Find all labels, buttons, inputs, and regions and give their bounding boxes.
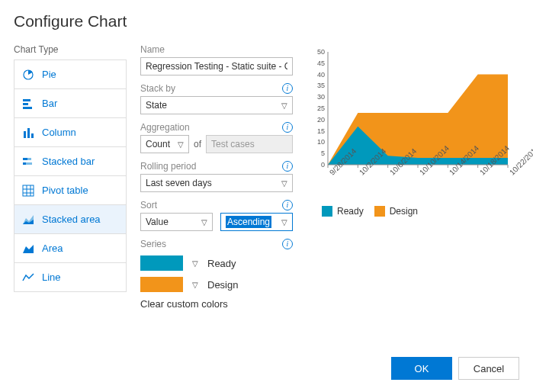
svg-rect-1 <box>23 99 31 101</box>
legend-item: Ready <box>322 206 364 217</box>
svg-rect-7 <box>23 158 27 160</box>
rolling-period-label: Rolling period <box>140 161 196 172</box>
sort-field-select[interactable]: Value ▽ <box>140 213 213 231</box>
series-item: ▽Ready <box>140 255 293 271</box>
chart-type-item-pie[interactable]: Pie <box>14 60 126 89</box>
svg-rect-8 <box>27 158 31 160</box>
series-label: Series <box>140 239 166 249</box>
svg-text:45: 45 <box>317 59 325 67</box>
chevron-down-icon: ▽ <box>178 140 184 149</box>
dialog-title: Configure Chart <box>14 12 519 31</box>
chevron-down-icon[interactable]: ▽ <box>192 281 198 289</box>
info-icon[interactable]: i <box>282 200 293 210</box>
chevron-down-icon: ▽ <box>281 101 287 110</box>
aggregation-select[interactable]: Count ▽ <box>140 135 189 153</box>
svg-rect-11 <box>23 185 34 196</box>
area-icon <box>22 243 34 255</box>
svg-text:10: 10 <box>317 138 325 146</box>
svg-text:35: 35 <box>317 82 325 89</box>
chart-legend: ReadyDesign <box>322 206 512 217</box>
series-color-swatch[interactable] <box>140 277 183 292</box>
name-input[interactable] <box>140 57 293 76</box>
chart-type-item-bar[interactable]: Bar <box>14 89 126 118</box>
legend-item: Design <box>374 206 418 217</box>
stack-by-select[interactable]: State ▽ <box>140 96 293 114</box>
chart-type-item-stacked-bar[interactable]: Stacked bar <box>14 147 126 176</box>
chart-type-label: Stacked bar <box>42 156 95 167</box>
svg-rect-6 <box>31 133 34 138</box>
pivot-table-icon <box>22 185 34 197</box>
info-icon[interactable]: i <box>282 122 293 133</box>
legend-label: Design <box>390 206 418 217</box>
sort-direction-select[interactable]: Ascending ▽ <box>220 213 293 231</box>
chart-type-label: Line <box>42 272 61 283</box>
chart-type-item-area[interactable]: Area <box>14 234 126 263</box>
chart-type-label: Bar <box>42 98 57 109</box>
aggregation-of-label: of <box>194 139 201 149</box>
chart-type-label: Pie <box>42 69 56 80</box>
svg-text:25: 25 <box>317 104 325 112</box>
chevron-down-icon[interactable]: ▽ <box>192 259 198 268</box>
sort-field-value: Value <box>146 217 169 227</box>
sort-label: Sort <box>140 200 157 210</box>
chart-type-item-column[interactable]: Column <box>14 118 126 147</box>
svg-text:20: 20 <box>317 116 325 124</box>
svg-text:50: 50 <box>317 48 325 56</box>
svg-rect-2 <box>23 103 28 105</box>
chart-type-list: PieBarColumnStacked barPivot tableStacke… <box>14 59 127 292</box>
chart-type-item-line[interactable]: Line <box>14 263 126 292</box>
cancel-button[interactable]: Cancel <box>458 357 519 380</box>
info-icon[interactable]: i <box>282 83 293 94</box>
aggregation-label: Aggregation <box>140 122 190 133</box>
info-icon[interactable]: i <box>282 239 293 249</box>
chart-type-label: Stacked area <box>42 214 101 225</box>
chart-type-label: Chart Type <box>14 44 127 55</box>
svg-text:5: 5 <box>321 149 325 157</box>
rolling-period-select[interactable]: Last seven days ▽ <box>140 174 293 192</box>
aggregation-value: Count <box>146 139 170 149</box>
column-icon <box>22 127 34 139</box>
svg-text:40: 40 <box>317 71 325 79</box>
series-color-swatch[interactable] <box>140 255 183 271</box>
stacked-area-icon <box>22 214 34 226</box>
svg-text:0: 0 <box>321 161 325 169</box>
svg-rect-5 <box>27 128 30 138</box>
line-icon <box>22 272 34 284</box>
stack-by-label: Stack by <box>140 83 175 94</box>
svg-text:15: 15 <box>317 127 325 135</box>
clear-colors-link[interactable]: Clear custom colors <box>140 298 293 310</box>
series-item: ▽Design <box>140 277 293 292</box>
aggregation-target: Test cases <box>206 135 293 153</box>
svg-rect-4 <box>24 131 26 138</box>
aggregation-target-value: Test cases <box>211 139 255 149</box>
sort-direction-value: Ascending <box>226 216 271 228</box>
chevron-down-icon: ▽ <box>201 218 207 227</box>
stack-by-value: State <box>146 100 167 111</box>
pie-icon <box>22 69 34 81</box>
legend-swatch <box>322 206 332 217</box>
stacked-bar-icon <box>22 156 34 168</box>
chart-type-label: Column <box>42 127 76 138</box>
svg-rect-10 <box>26 162 32 165</box>
info-icon[interactable]: i <box>282 161 293 172</box>
rolling-period-value: Last seven days <box>146 178 212 188</box>
chart-type-label: Area <box>42 243 63 254</box>
bar-icon <box>22 98 34 110</box>
legend-swatch <box>374 206 385 217</box>
chart-type-label: Pivot table <box>42 185 88 196</box>
chart-type-item-pivot-table[interactable]: Pivot table <box>14 176 126 205</box>
chevron-down-icon: ▽ <box>281 179 287 188</box>
svg-text:30: 30 <box>317 93 325 101</box>
ok-button[interactable]: OK <box>391 357 452 380</box>
svg-rect-3 <box>23 107 32 109</box>
name-label: Name <box>140 44 165 55</box>
chart-type-item-stacked-area[interactable]: Stacked area <box>14 205 126 234</box>
chevron-down-icon: ▽ <box>281 218 287 227</box>
series-name: Design <box>207 279 238 291</box>
svg-rect-9 <box>23 162 26 165</box>
legend-label: Ready <box>337 206 364 217</box>
series-name: Ready <box>207 258 236 269</box>
